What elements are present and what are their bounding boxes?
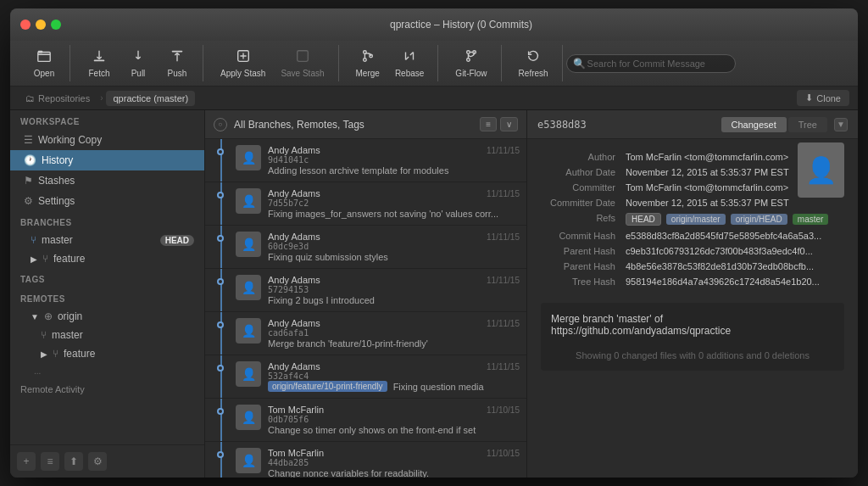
merge-label: Merge [356,69,380,78]
minimize-button[interactable] [36,20,46,30]
commit-item[interactable]: 👤 Andy Adams 11/11/15 cad6afa1 Merge bra… [205,312,526,355]
commit-info: Andy Adams 11/11/15 60dc9e3d Fixing quiz… [268,232,520,262]
commit-item[interactable]: 👤 Andy Adams 11/11/15 57294153 Fixing 2 … [205,269,526,312]
fetch-button[interactable]: Fetch [81,45,118,81]
commit-item[interactable]: 👤 Andy Adams 11/11/15 9d41041c Adding le… [205,139,526,182]
committer-value: Tom McFarlin <tom@tommcfarlin.com> [626,182,788,193]
commit-hash: 532af4c4 [268,371,520,381]
graph-col [212,232,229,262]
apply-stash-button[interactable]: Apply Stash [214,45,272,81]
commit-message: Merge branch 'feature/10-print-friendly' [268,338,520,349]
sidebar-branch-feature[interactable]: ▶ ⑂ feature [10,249,204,268]
push-button[interactable]: Push [159,45,196,81]
refresh-icon [526,48,541,66]
add-button[interactable]: + [17,452,36,471]
graph-col [212,188,229,219]
maximize-button[interactable] [51,20,61,30]
remotes-section-header: Remotes [10,288,204,307]
tree-tab[interactable]: Tree [788,117,827,132]
merge-icon [360,48,376,66]
commit-date: 11/11/15 [487,276,520,285]
merge-button[interactable]: Merge [349,45,387,81]
list-view-button[interactable]: ≡ [41,452,59,471]
graph-col [212,448,229,478]
commit-author-line: Tom McFarlin 11/10/15 [268,405,520,415]
sort-button[interactable]: ∨ [500,117,518,131]
feature-icon: ⑂ [42,253,48,265]
avatar: 👤 [236,145,261,170]
tags-section-header: Tags [10,268,204,288]
sidebar-origin-master[interactable]: ⑂ master [10,326,204,344]
parent-hash2-value: 4b8e56e3878c53f82de81d30b73edb08bcfb... [626,261,814,271]
commit-item[interactable]: 👤 Tom McFarlin 11/10/15 44dba285 Change … [205,442,526,478]
master-label: master [42,234,73,246]
commit-hash: cad6afa1 [268,328,520,338]
commit-hash-label: Commit Hash [541,231,626,241]
detail-row-author: Author Tom McFarlin <tom@tommcfarlin.com… [541,149,844,165]
commit-item[interactable]: 👤 Andy Adams 11/11/15 532af4c4 origin/fe… [205,355,526,399]
current-repo-tab[interactable]: qpractice (master) [106,91,195,106]
filter-button[interactable]: ≡ [480,117,497,131]
rebase-button[interactable]: Rebase [388,45,431,81]
detail-row-committer-date: Committer Date November 12, 2015 at 5:35… [541,195,844,210]
commit-list-panel: ○ All Branches, Remotes, Tags ≡ ∨ 👤 Andy… [205,110,527,478]
clone-label: Clone [816,93,841,103]
committer-date-value: November 12, 2015 at 5:35:37 PM EST [626,198,789,208]
detail-row-author-date: Author Date November 12, 2015 at 5:35:37… [541,165,844,180]
ref-badge-origin-head: origin/HEAD [731,214,787,225]
detail-meta: Author Tom McFarlin <tom@tommcfarlin.com… [541,149,844,289]
stashes-icon: ⚑ [24,175,33,187]
breadcrumb-separator: › [100,93,103,103]
apply-stash-label: Apply Stash [220,69,265,78]
commit-item[interactable]: 👤 Andy Adams 11/11/15 7d55b7c2 Fixing im… [205,182,526,226]
share-button[interactable]: ⬆ [64,452,83,471]
sidebar-item-working-copy[interactable]: ☰ Working Copy [10,130,204,150]
commit-hash: 0db705f6 [268,415,520,424]
settings-icon: ⚙ [24,195,33,207]
gitflow-button[interactable]: Git-Flow [448,45,493,81]
sidebar-origin-feature[interactable]: ▶ ⑂ feature [10,344,204,363]
commit-date: 11/10/15 [487,449,520,458]
sidebar-item-history[interactable]: 🕐 History [10,150,204,170]
repositories-tab[interactable]: 🗂 Repositories [19,91,97,106]
avatar-placeholder: 👤 [236,232,261,257]
commit-hash: 57294153 [268,285,520,294]
commit-author-line: Andy Adams 11/11/15 [268,275,520,285]
sidebar-branch-master[interactable]: ⑂ master HEAD [10,231,204,249]
parent-hash-label: Parent Hash [541,246,626,256]
commit-item[interactable]: 👤 Tom McFarlin 11/10/15 0db705f6 Change … [205,399,526,442]
config-button[interactable]: ⚙ [88,452,107,471]
app-window: qpractice – History (0 Commits) Open Fet… [10,8,858,478]
commit-author: Andy Adams [268,318,320,328]
commit-author-line: Andy Adams 11/11/15 [268,361,520,371]
sidebar-remote-origin[interactable]: ▼ ⊕ origin [10,307,204,326]
refs-value: HEAD origin/master origin/HEAD master [626,213,831,226]
commit-item[interactable]: 👤 Andy Adams 11/11/15 60dc9e3d Fixing qu… [205,226,526,269]
commit-author-line: Andy Adams 11/11/15 [268,232,520,242]
open-label: Open [34,69,54,78]
current-repo-label: qpractice (master) [113,93,188,103]
workspace-section-header: Workspace [10,110,204,130]
open-button[interactable]: Open [25,45,63,81]
search-input[interactable] [566,54,736,73]
commit-dot [217,321,224,328]
commit-author: Andy Adams [268,361,320,371]
save-stash-button[interactable]: Save Stash [274,45,331,81]
main-content: Workspace ☰ Working Copy 🕐 History ⚑ Sta… [10,110,858,478]
sidebar-item-stashes[interactable]: ⚑ Stashes [10,170,204,191]
clone-button[interactable]: ⬇ Clone [797,90,849,106]
toolbar-group-sync: Fetch Pull Push [74,45,203,81]
tree-hash-label: Tree Hash [541,277,626,287]
origin-feature-expand-icon: ▶ [41,349,47,359]
detail-body-section: Merge branch 'master' of https://github.… [541,303,844,371]
window-title: qpractice – History (0 Commits) [75,19,848,31]
changeset-tab[interactable]: Changeset [721,117,787,132]
refresh-button[interactable]: Refresh [512,45,555,81]
ref-badge-head: HEAD [626,213,661,226]
close-button[interactable] [20,20,31,30]
avatar: 👤 [236,188,261,214]
pull-button[interactable]: Pull [120,45,157,81]
detail-row-parent-hash2: Parent Hash 4b8e56e3878c53f82de81d30b73e… [541,259,844,274]
scroll-down-button[interactable]: ▼ [834,118,848,131]
sidebar-item-settings[interactable]: ⚙ Settings [10,191,204,211]
